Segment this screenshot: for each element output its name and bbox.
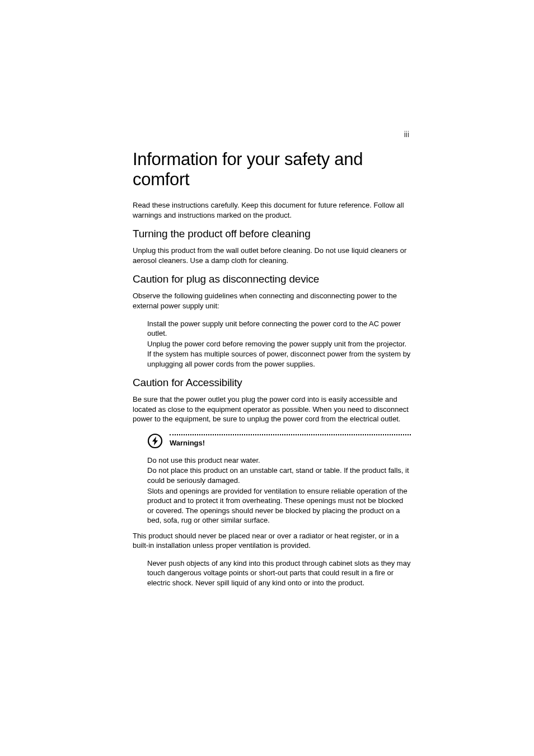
plug-guidelines-list: Install the power supply unit before con… bbox=[133, 319, 411, 369]
dotted-divider bbox=[170, 434, 411, 435]
document-page: iii Information for your safety and comf… bbox=[0, 0, 534, 588]
list-item: Slots and openings are provided for vent… bbox=[147, 486, 411, 525]
warning-header: Warnings! bbox=[133, 432, 411, 449]
list-item: Unplug the power cord before removing th… bbox=[147, 339, 411, 349]
section-body-accessibility: Be sure that the power outlet you plug t… bbox=[133, 395, 411, 424]
warning-block: Warnings! bbox=[133, 432, 411, 449]
section-heading-accessibility: Caution for Accessibility bbox=[133, 377, 411, 389]
section-heading-plug: Caution for plug as disconnecting device bbox=[133, 273, 411, 285]
warning-list-b: Never push objects of any kind into this… bbox=[133, 558, 411, 588]
section-intro-plug: Observe the following guidelines when co… bbox=[133, 291, 411, 311]
warning-list-a: Do not use this product near water. Do n… bbox=[133, 456, 411, 525]
section-body-cleaning: Unplug this product from the wall outlet… bbox=[133, 246, 411, 265]
page-title: Information for your safety and comfort bbox=[133, 149, 411, 189]
list-item: Do not place this product on an unstable… bbox=[147, 466, 411, 485]
list-item: If the system has multiple sources of po… bbox=[147, 349, 411, 369]
list-item: Install the power supply unit before con… bbox=[147, 319, 411, 339]
list-item: Never push objects of any kind into this… bbox=[147, 558, 411, 588]
warning-mid-paragraph: This product should never be placed near… bbox=[133, 531, 411, 551]
page-number: iii bbox=[404, 130, 409, 139]
warning-label: Warnings! bbox=[170, 439, 411, 447]
lightning-warning-icon bbox=[147, 433, 163, 449]
list-item: Do not use this product near water. bbox=[147, 456, 411, 466]
intro-paragraph: Read these instructions carefully. Keep … bbox=[133, 200, 411, 220]
section-heading-cleaning: Turning the product off before cleaning bbox=[133, 228, 411, 240]
